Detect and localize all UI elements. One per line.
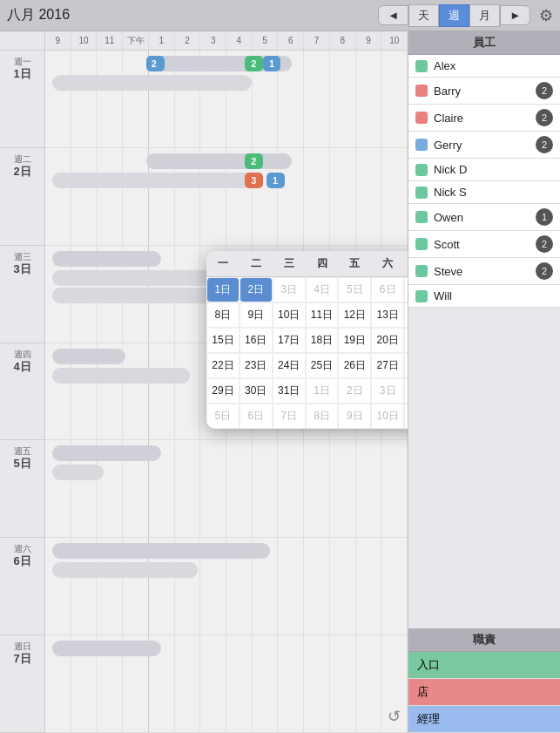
mini-cal-cell-n10[interactable]: 10日 <box>371 404 404 429</box>
refresh-icon[interactable]: ↺ <box>388 707 401 726</box>
event-count-mon-blue[interactable]: 1 <box>263 56 281 71</box>
mini-cal-cell-14[interactable]: 14日 <box>404 302 408 328</box>
mini-cal-cell-22[interactable]: 22日 <box>206 353 240 378</box>
event-bar-fri-1[interactable] <box>52 445 161 461</box>
mini-cal-cell-n8[interactable]: 8日 <box>306 404 339 429</box>
event-bar-wed-1[interactable] <box>52 251 161 267</box>
employee-item-steve[interactable]: Steve 2 <box>408 258 560 285</box>
mini-cal-cell-29[interactable]: 29日 <box>206 378 240 404</box>
settings-button[interactable]: ⚙ <box>539 6 553 25</box>
calendar-body: 週一 1日 週二 2日 週三 3日 週四 4日 週五 5日 <box>0 51 408 733</box>
employee-item-barry[interactable]: Barry 2 <box>408 78 560 105</box>
time-label-8: 8 <box>330 31 356 50</box>
time-slots-header: 9 10 11 下午 1 2 3 4 5 6 7 8 9 10 <box>45 31 408 50</box>
employee-item-will[interactable]: Will <box>408 285 560 308</box>
mini-cal-cell-30[interactable]: 30日 <box>240 378 273 404</box>
emp-color-will <box>415 290 428 302</box>
mini-cal-cell-6[interactable]: 6日 <box>371 277 404 302</box>
day-label-thu: 週四 4日 <box>0 343 45 441</box>
mini-cal-cell-n11[interactable]: 11日 <box>404 404 408 429</box>
employee-item-claire[interactable]: Claire 2 <box>408 105 560 132</box>
mini-cal-cell-9[interactable]: 9日 <box>240 302 273 328</box>
event-bar-tue-1[interactable] <box>146 153 291 169</box>
mini-cal-cell-13[interactable]: 13日 <box>371 302 404 328</box>
event-bar-sun-1[interactable] <box>52 641 161 656</box>
event-bar-sat-2[interactable] <box>52 562 197 578</box>
employee-item-scott[interactable]: Scott 2 <box>408 231 560 258</box>
nav-next-button[interactable]: ► <box>500 5 530 25</box>
event-bar-fri-2[interactable] <box>52 465 103 480</box>
mini-cal-cell-17[interactable]: 17日 <box>273 328 306 353</box>
time-label-11: 11 <box>97 31 123 50</box>
event-bar-thu-1[interactable] <box>52 349 125 364</box>
day-label-mon: 週一 1日 <box>0 51 45 148</box>
mini-cal-cell-10[interactable]: 10日 <box>273 302 306 328</box>
event-count-mon-1[interactable]: 2 <box>146 56 165 71</box>
mini-cal-cell-11[interactable]: 11日 <box>306 302 339 328</box>
mini-cal-cell-23[interactable]: 23日 <box>240 353 273 378</box>
mini-cal-cell-5[interactable]: 5日 <box>338 277 371 302</box>
mini-cal-cell-3[interactable]: 3日 <box>273 277 306 302</box>
mini-cal-cell-n3[interactable]: 3日 <box>371 378 404 404</box>
mini-cal-cell-26[interactable]: 26日 <box>338 353 371 378</box>
nav-week-button[interactable]: 週 <box>439 4 469 27</box>
mini-cal-cell-12[interactable]: 12日 <box>338 302 371 328</box>
mini-cal-cell-2[interactable]: 2日 <box>240 277 273 302</box>
mini-cal-cell-7[interactable]: 7日 <box>404 277 408 302</box>
emp-color-owen <box>415 211 428 223</box>
mini-cal-cell-n7[interactable]: 7日 <box>273 404 306 429</box>
mini-cal-cell-n1[interactable]: 1日 <box>306 378 339 404</box>
time-label-7: 7 <box>304 31 330 50</box>
mini-cal-cell-21[interactable]: 21日 <box>404 328 408 353</box>
mini-cal-dow-fri: 五 <box>338 251 371 277</box>
mini-cal-dow-tue: 二 <box>240 251 273 277</box>
day-label-wed: 週三 3日 <box>0 246 45 343</box>
event-bar-thu-2[interactable] <box>52 368 190 383</box>
employee-item-gerry[interactable]: Gerry 2 <box>408 132 560 159</box>
mini-cal-cell-28[interactable]: 28日 <box>404 353 408 378</box>
nav-prev-button[interactable]: ◄ <box>378 5 408 25</box>
day-label-tue: 週二 2日 <box>0 148 45 246</box>
event-bar-mon-2[interactable] <box>52 75 252 91</box>
employee-list: Alex Barry 2 Claire 2 Gerry 2 Nick D <box>408 55 560 628</box>
mini-cal-cell-8[interactable]: 8日 <box>206 302 240 328</box>
mini-cal-cell-25[interactable]: 25日 <box>306 353 339 378</box>
mini-cal-cell-n2[interactable]: 2日 <box>338 378 371 404</box>
employee-item-nickd[interactable]: Nick D <box>408 159 560 181</box>
mini-cal-cell-20[interactable]: 20日 <box>371 328 404 353</box>
role-item-entrance[interactable]: 入口 <box>408 652 560 679</box>
mini-cal-cell-27[interactable]: 27日 <box>371 353 404 378</box>
mini-cal-cell-18[interactable]: 18日 <box>306 328 339 353</box>
event-bar-sat-1[interactable] <box>52 543 270 559</box>
mini-cal-cell-24[interactable]: 24日 <box>273 353 306 378</box>
mini-cal-cell-n9[interactable]: 9日 <box>338 404 371 429</box>
event-count-tue-blue[interactable]: 1 <box>267 173 285 188</box>
mini-cal-cell-n4[interactable]: 4日 <box>404 378 408 404</box>
emp-badge-steve: 2 <box>536 262 553 280</box>
nav-month-button[interactable]: 月 <box>469 4 500 27</box>
mini-cal-cell-15[interactable]: 15日 <box>206 328 240 353</box>
mini-cal-cell-1[interactable]: 1日 <box>206 277 240 302</box>
emp-name-will: Will <box>434 289 553 302</box>
mini-cal-dow-thu: 四 <box>306 251 339 277</box>
mini-cal-cell-31[interactable]: 31日 <box>273 378 306 404</box>
role-item-manager[interactable]: 經理 <box>408 706 560 733</box>
nav-group: ◄ 天 週 月 ► <box>378 4 530 27</box>
nav-day-button[interactable]: 天 <box>408 4 439 27</box>
header: 八月 2016 ◄ 天 週 月 ► ⚙ <box>0 0 560 31</box>
event-count-tue-green[interactable]: 2 <box>245 153 263 169</box>
mini-cal-cell-n5[interactable]: 5日 <box>206 404 240 429</box>
mini-calendar[interactable]: 一 二 三 四 五 六 日 1日 2日 3日 4日 5日 6日 <box>206 251 408 429</box>
event-count-mon-green[interactable]: 2 <box>245 56 263 71</box>
mini-cal-cell-n6[interactable]: 6日 <box>240 404 273 429</box>
mini-cal-cell-19[interactable]: 19日 <box>338 328 371 353</box>
employee-item-alex[interactable]: Alex <box>408 55 560 78</box>
employee-item-owen[interactable]: Owen 1 <box>408 204 560 231</box>
mini-cal-cell-16[interactable]: 16日 <box>240 328 273 353</box>
time-label-noon: 下午 <box>123 31 149 50</box>
employee-item-nicks[interactable]: Nick S <box>408 181 560 204</box>
event-bar-tue-2[interactable] <box>52 173 252 188</box>
event-count-tue-orange[interactable]: 3 <box>245 173 263 188</box>
mini-cal-cell-4[interactable]: 4日 <box>306 277 339 302</box>
role-item-shop[interactable]: 店 <box>408 679 560 706</box>
